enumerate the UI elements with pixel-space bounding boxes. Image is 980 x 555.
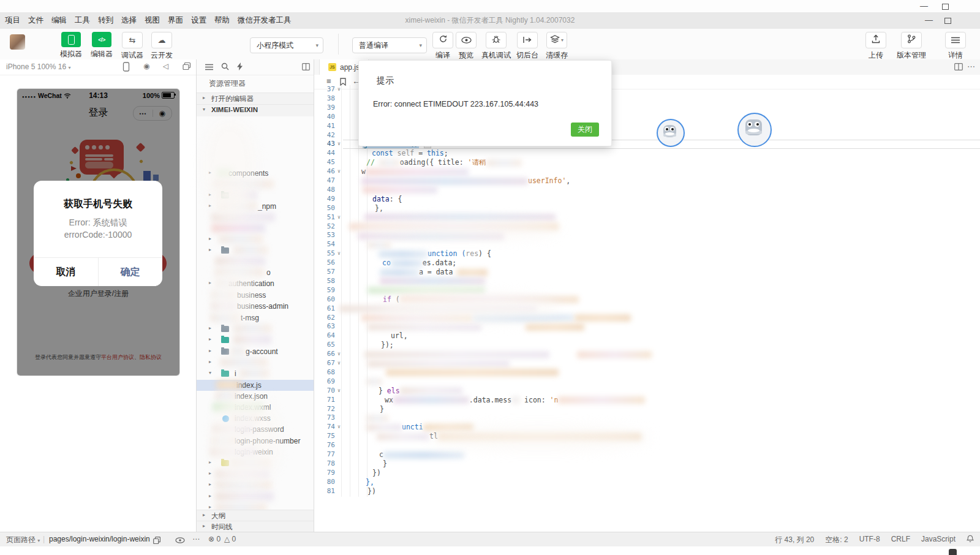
tree-caret-icon[interactable]: ▸ bbox=[209, 325, 211, 331]
code-line-81[interactable]: 81}) bbox=[314, 487, 980, 496]
code-line-48[interactable]: 48 bbox=[314, 186, 980, 195]
status-item-4[interactable]: JavaScript bbox=[921, 535, 956, 545]
status-item-1[interactable]: 空格: 2 bbox=[825, 535, 848, 545]
tree-item-9[interactable]: o bbox=[197, 267, 314, 278]
code-line-50[interactable]: 50}, bbox=[314, 204, 980, 213]
tree-caret-icon[interactable]: ▸ bbox=[209, 504, 211, 510]
error-count[interactable]: ⊗ 0 bbox=[208, 535, 221, 543]
tree-caret-icon[interactable]: ▸ bbox=[209, 236, 211, 241]
code-line-70[interactable]: 70∨} els bbox=[314, 387, 980, 396]
mode-select[interactable]: 小程序模式▾ bbox=[250, 37, 323, 53]
toolbar-phone-button[interactable]: 模拟器 bbox=[58, 32, 85, 59]
toolbar-branch-button[interactable]: 版本管理 bbox=[894, 32, 929, 61]
outer-minimize-icon[interactable]: — bbox=[920, 2, 928, 10]
tab-more-icon[interactable]: ⋯ bbox=[967, 62, 975, 71]
tree-item-19[interactable]: index.js bbox=[197, 380, 314, 391]
tree-item-8[interactable] bbox=[197, 256, 314, 267]
assistant-bot-icon-small[interactable] bbox=[657, 119, 685, 147]
columns-icon[interactable] bbox=[302, 63, 310, 70]
record-icon[interactable]: ◉ bbox=[143, 62, 149, 70]
page-path-label[interactable]: 页面路径 ▾ bbox=[6, 535, 40, 545]
tree-caret-icon[interactable]: ▸ bbox=[209, 459, 211, 465]
code-line-80[interactable]: 80}, bbox=[314, 478, 980, 487]
copy-icon[interactable] bbox=[153, 537, 160, 544]
tree-item-6[interactable]: ▸ bbox=[197, 234, 314, 245]
warning-count[interactable]: △ 0 bbox=[224, 535, 236, 543]
code-line-74[interactable]: 74∨uncti bbox=[314, 423, 980, 432]
status-item-2[interactable]: UTF-8 bbox=[859, 535, 880, 545]
code-line-58[interactable]: 58 bbox=[314, 277, 980, 286]
code-line-56[interactable]: 56coes.data; bbox=[314, 259, 980, 268]
tree-caret-icon[interactable]: ▸ bbox=[209, 359, 211, 364]
toolbar-cloud-button[interactable]: ☁云开发 bbox=[148, 32, 175, 61]
fold-caret-icon[interactable]: ∨ bbox=[337, 140, 341, 149]
tree-caret-icon[interactable]: ▸ bbox=[209, 481, 211, 487]
outline-list-icon[interactable]: ≡ bbox=[326, 77, 331, 85]
code-line-49[interactable]: 49data: { bbox=[314, 195, 980, 204]
code-line-57[interactable]: 57a = data bbox=[314, 268, 980, 277]
close-button[interactable]: 关闭 bbox=[571, 123, 599, 137]
outer-maximize-icon[interactable] bbox=[942, 4, 949, 10]
corner-widget-icon[interactable] bbox=[949, 549, 957, 555]
fold-caret-icon[interactable]: ∨ bbox=[337, 249, 341, 259]
project-root[interactable]: ▾XIMEI-WEIXIN bbox=[197, 104, 314, 116]
fold-caret-icon[interactable]: ∨ bbox=[337, 387, 341, 396]
tree-item-5[interactable] bbox=[197, 223, 314, 234]
toolbar-upload-button[interactable]: 上传 bbox=[862, 32, 889, 61]
tree-caret-icon[interactable]: ▸ bbox=[209, 336, 211, 342]
fold-caret-icon[interactable]: ∨ bbox=[337, 85, 341, 94]
notifications-bell-icon[interactable] bbox=[967, 535, 974, 545]
tree-caret-icon[interactable]: ▸ bbox=[209, 470, 211, 476]
toolbar-layers-button[interactable]: ▾清缓存 bbox=[543, 32, 571, 61]
toolbar-switch-button[interactable]: 切后台 bbox=[513, 32, 541, 61]
toolbar-bug-button[interactable]: 真机调试 bbox=[480, 32, 512, 61]
tree-item-16[interactable]: ▸g-account bbox=[197, 346, 314, 357]
tree-caret-icon[interactable]: ▸ bbox=[209, 493, 211, 499]
tree-item-14[interactable]: ▸ bbox=[197, 323, 314, 334]
code-line-78[interactable]: 78} bbox=[314, 459, 980, 469]
multi-window-icon[interactable] bbox=[183, 62, 191, 70]
tree-item-7[interactable]: ▸ bbox=[197, 245, 314, 256]
code-line-63[interactable]: 63 bbox=[314, 322, 980, 331]
code-line-47[interactable]: 47userInfo', bbox=[314, 176, 980, 186]
tree-item-29[interactable]: ▸ bbox=[197, 491, 314, 502]
flash-icon[interactable] bbox=[237, 62, 243, 70]
fold-caret-icon[interactable]: ∨ bbox=[337, 167, 341, 176]
code-line-76[interactable]: 76 bbox=[314, 441, 980, 450]
tree-caret-icon[interactable]: ▸ bbox=[209, 280, 211, 285]
preview-eye-icon[interactable] bbox=[175, 537, 185, 543]
code-line-77[interactable]: 77c bbox=[314, 450, 980, 459]
cancel-button[interactable]: 取消 bbox=[34, 258, 98, 286]
tree-caret-icon[interactable]: ▸ bbox=[209, 247, 211, 252]
app-minimize-icon[interactable]: — bbox=[925, 16, 933, 24]
code-line-73[interactable]: 73 bbox=[314, 413, 980, 423]
tree-item-13[interactable]: t-msg bbox=[197, 312, 314, 323]
tree-item-4[interactable] bbox=[197, 212, 314, 223]
code-line-64[interactable]: 64url, bbox=[314, 331, 980, 341]
fold-caret-icon[interactable]: ∨ bbox=[337, 350, 341, 359]
tree-item-17[interactable]: ▸ bbox=[197, 357, 314, 368]
status-more-icon[interactable]: ⋯ bbox=[192, 535, 200, 543]
app-maximize-icon[interactable] bbox=[944, 18, 951, 24]
split-editor-icon[interactable] bbox=[954, 63, 963, 70]
code-line-66[interactable]: 66∨ bbox=[314, 350, 980, 359]
assistant-bot-icon-large[interactable] bbox=[737, 113, 772, 147]
device-selector[interactable]: iPhone 5 100% 16 ▾ bbox=[6, 62, 70, 71]
tree-caret-icon[interactable]: ▸ bbox=[209, 203, 211, 208]
status-item-3[interactable]: CRLF bbox=[891, 535, 910, 545]
tree-item-18[interactable]: ▾i bbox=[197, 368, 314, 379]
code-line-65[interactable]: 65}); bbox=[314, 341, 980, 350]
tree-caret-icon[interactable]: ▸ bbox=[209, 348, 211, 353]
tree-caret-icon[interactable]: ▾ bbox=[209, 370, 211, 376]
mute-icon[interactable]: ◁ bbox=[163, 62, 168, 70]
code-line-55[interactable]: 55∨unction (res) { bbox=[314, 249, 980, 259]
code-line-45[interactable]: 45// oading({ title: '请稍 bbox=[314, 158, 980, 167]
compile-mode-select[interactable]: 普通编译▾ bbox=[352, 37, 427, 53]
status-item-0[interactable]: 行 43, 列 20 bbox=[775, 535, 814, 545]
toolbar-code-button[interactable]: </>编辑器 bbox=[88, 32, 115, 59]
search-icon[interactable] bbox=[221, 62, 229, 70]
timeline-section[interactable]: ▸时间线 bbox=[197, 521, 314, 533]
code-line-71[interactable]: 71wx.data.mess icon: 'n bbox=[314, 396, 980, 405]
tree-item-15[interactable]: ▸ bbox=[197, 334, 314, 345]
confirm-button[interactable]: 确定 bbox=[99, 258, 163, 286]
